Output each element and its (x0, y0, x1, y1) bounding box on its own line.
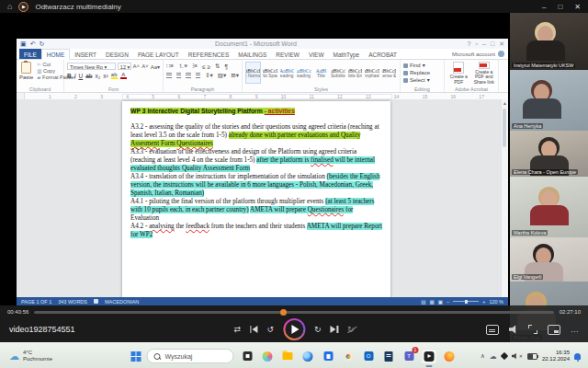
align-center-button[interactable] (176, 73, 182, 78)
home-icon[interactable]: ⌂ (7, 0, 12, 13)
close-button[interactable]: ✕ (574, 3, 581, 11)
mini-player-button[interactable] (548, 325, 560, 335)
undo-icon[interactable]: ↶ (30, 39, 36, 49)
taskbar-app-edge[interactable] (300, 349, 316, 364)
taskbar-app-copilot[interactable] (260, 349, 276, 364)
style--no-spac-[interactable]: AaBbCcDd¶ No Spac... (262, 62, 277, 84)
change-case-button[interactable]: Aa▾ (151, 63, 160, 70)
word-count[interactable]: 343 WORDS (58, 299, 87, 305)
zoom-in-icon[interactable]: + (482, 299, 485, 305)
start-button[interactable] (131, 351, 141, 362)
pilcrow-button[interactable]: ¶ (225, 63, 229, 70)
fullscreen-button[interactable] (528, 325, 537, 334)
shading-button[interactable]: ▨▾ (218, 72, 226, 79)
seek-handle[interactable] (280, 309, 287, 316)
repeat-off-button[interactable]: ↻ (347, 325, 355, 334)
taskbar-app-photos[interactable] (341, 349, 356, 364)
ribbon-tab-design[interactable]: DESIGN (101, 49, 133, 59)
tray-chevron-icon[interactable]: ∧ (481, 352, 485, 360)
paste-button[interactable]: Paste (19, 62, 33, 85)
word-help-icon[interactable]: ? (468, 40, 471, 48)
style-intense-e-[interactable]: AaBbCcDdIntense E... (381, 62, 397, 84)
grow-font-button[interactable]: A˄ (133, 63, 141, 69)
weather-widget[interactable]: ☁ 4°C Pochmurnie (0, 350, 52, 362)
font-size-select[interactable]: 12 ▾ (118, 63, 131, 70)
underline-button[interactable]: U (79, 73, 84, 79)
microsoft-account[interactable]: Microsoft account (452, 49, 508, 59)
style-title[interactable]: AaBlTitle (313, 62, 329, 84)
battery-icon[interactable] (527, 353, 537, 360)
shuffle-button[interactable]: ⇄ (233, 325, 241, 334)
replace-button[interactable]: Replace (403, 69, 441, 76)
previous-button[interactable] (250, 326, 258, 333)
taskbar-app-microsoft-store[interactable] (321, 349, 336, 364)
italic-button[interactable]: I (74, 73, 76, 79)
scrollbar-thumb[interactable] (503, 109, 506, 147)
ribbon-tab-insert[interactable]: INSERT (70, 49, 101, 59)
participant-tile[interactable]: Elgi Vangerli (510, 237, 588, 282)
proofing-icon[interactable] (94, 299, 98, 304)
create-pdf-button[interactable]: Create a PDF (447, 62, 470, 85)
highlight-color-button[interactable]: ab (111, 72, 118, 79)
select-button[interactable]: Select ▾ (403, 76, 441, 84)
taskbar-app-file-explorer[interactable] (280, 349, 296, 364)
bold-button[interactable]: B (67, 73, 72, 79)
participant-tile[interactable]: Martha Koleva (510, 177, 588, 237)
document-canvas[interactable]: WP 3 Interactive Digital Storytelling Pl… (17, 99, 502, 297)
subscript-button[interactable]: x₂ (95, 73, 100, 79)
bullets-button[interactable]: ∷≡ (166, 63, 174, 70)
seek-bar[interactable] (34, 311, 553, 314)
style-subtitle[interactable]: AaBbCcDSubtitle (330, 62, 345, 84)
video-area[interactable]: ▣ ↶ ↻ Document1 - Microsoft Word ? ▫ – □… (0, 13, 510, 305)
find-button[interactable]: Find ▾ (403, 62, 441, 69)
style--normal[interactable]: AaBbCcDd¶ Normal (245, 62, 261, 84)
taskbar-app-notepad[interactable] (381, 349, 397, 364)
print-layout-icon[interactable]: ▦ (430, 299, 435, 305)
dropbox-icon[interactable] (501, 352, 508, 360)
zoom-out-icon[interactable]: − (447, 299, 449, 305)
font-name-select[interactable]: Times New Ro ▾ (67, 63, 116, 70)
skip-forward-button[interactable]: ↻ (314, 325, 322, 334)
read-mode-icon[interactable]: ▤ (421, 299, 425, 305)
ribbon-tab-mathtype[interactable]: MathType (329, 49, 365, 59)
taskbar-clock[interactable]: 16:35 22.12.2024 (542, 350, 570, 362)
word-close-button[interactable]: ✕ (499, 40, 504, 48)
ribbon-tab-file[interactable]: FILE (19, 49, 41, 59)
create-pdf-share-button[interactable]: Create a PDF and Share link (473, 62, 496, 85)
zoom-slider[interactable] (453, 301, 479, 302)
skip-back-button[interactable]: ↺ (266, 325, 274, 334)
notification-bell-icon[interactable] (574, 353, 581, 360)
line-spacing-button[interactable]: ⇕▾ (205, 72, 213, 79)
ribbon-tab-view[interactable]: VIEW (304, 49, 329, 59)
restore-button[interactable]: □ (558, 3, 562, 11)
participant-tile[interactable]: Ana Hertyka (510, 70, 588, 131)
sort-button[interactable]: ⇅ (215, 63, 220, 70)
document-page[interactable]: WP 3 Interactive Digital Storytelling Pl… (122, 101, 390, 297)
onedrive-icon[interactable]: ☁ (490, 352, 497, 361)
taskbar-app-media-player[interactable] (422, 349, 437, 364)
word-ribbon-options-icon[interactable]: ▫ (476, 40, 478, 48)
play-button[interactable] (283, 318, 305, 340)
superscript-button[interactable]: x² (103, 73, 107, 79)
more-options-button[interactable]: … (571, 326, 579, 334)
strikethrough-button[interactable]: ab (85, 73, 92, 79)
align-left-button[interactable] (166, 73, 172, 78)
participant-tile[interactable]: Instytut Matematyki UKSW (510, 13, 588, 70)
style-heading-2[interactable]: AaBbCcEHeading 2 (296, 62, 311, 84)
style-emphasis[interactable]: AaBbCcDdEmphasis (364, 62, 379, 84)
align-right-button[interactable] (186, 73, 191, 78)
participant-tile[interactable]: Elena Chara - Open Europe (510, 131, 588, 177)
justify-button[interactable] (196, 73, 201, 78)
language-indicator[interactable]: MACEDONIAN (105, 299, 139, 305)
indent-buttons[interactable]: ≤ ≥ (202, 63, 210, 70)
taskbar-search[interactable]: Wyszukaj (147, 349, 234, 363)
style-subtle-em-[interactable]: AaBbCcDdSubtle Em... (347, 62, 363, 84)
next-button[interactable] (331, 326, 339, 333)
web-layout-icon[interactable]: ▣ (438, 299, 443, 305)
subtitles-button[interactable] (486, 325, 499, 335)
word-restore-button[interactable]: □ (491, 40, 494, 48)
multilevel-list-button[interactable]: ⁝≡ (192, 63, 198, 70)
volume-button[interactable] (509, 325, 518, 334)
numbering-button[interactable]: ⒈≡ (178, 63, 187, 71)
taskbar-app-firefox[interactable] (442, 349, 458, 364)
